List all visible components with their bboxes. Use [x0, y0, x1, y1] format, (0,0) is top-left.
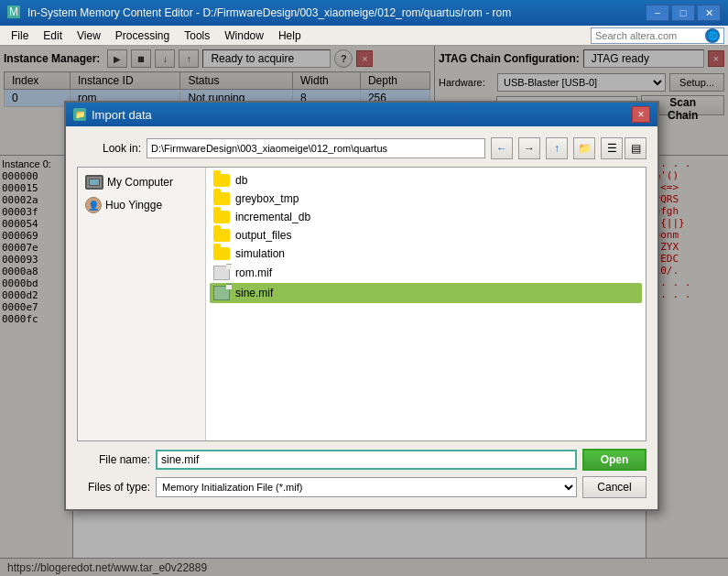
file-incremental[interactable]: incremental_db [210, 208, 642, 226]
filename-input[interactable] [156, 450, 577, 470]
lookin-row: Look in: ← → ↑ 📁 ☰ ▤ [77, 137, 647, 159]
dialog-title: Import data [92, 108, 632, 122]
nav-panel: My Computer 👤 Huo Yingge [78, 168, 206, 440]
menu-edit[interactable]: Edit [36, 27, 70, 44]
filetype-select[interactable]: Memory Initialization File (*.mif) [156, 477, 577, 497]
dialog-close-button[interactable]: × [632, 106, 650, 123]
file-db[interactable]: db [210, 171, 642, 190]
import-dialog: 📁 Import data × Look in: ← → ↑ 📁 ☰ ▤ [64, 101, 659, 511]
folder-icon [213, 174, 230, 187]
person-icon: 👤 [85, 197, 102, 213]
folder-icon [213, 211, 230, 223]
minimize-button[interactable]: − [646, 5, 669, 21]
filetype-label: Files of type: [77, 481, 150, 494]
menu-view[interactable]: View [70, 27, 108, 44]
globe-icon: 🌐 [705, 28, 720, 43]
path-input[interactable] [147, 138, 485, 158]
search-box: 🌐 [591, 27, 724, 44]
filename-row: File name: Open [77, 449, 647, 471]
filetype-row: Files of type: Memory Initialization Fil… [77, 476, 647, 498]
file-icon [213, 266, 230, 280]
file-db-label: db [235, 174, 247, 187]
file-incremental-label: incremental_db [235, 211, 310, 223]
open-button[interactable]: Open [582, 449, 647, 471]
window-title: In-System Memory Content Editor - D:/Fir… [27, 6, 646, 19]
folder-icon [213, 192, 230, 205]
main-area: Instance Manager: ▶ ⏹ ↓ ↑ Ready to acqui… [0, 46, 728, 576]
svg-text:M: M [9, 5, 18, 18]
file-greybox[interactable]: greybox_tmp [210, 190, 642, 208]
dialog-titlebar: 📁 Import data × [66, 103, 657, 126]
menu-tools[interactable]: Tools [177, 27, 217, 44]
file-output[interactable]: output_files [210, 226, 642, 245]
nav-user-label: Huo Yingge [105, 199, 162, 212]
up-button[interactable]: ↑ [546, 137, 568, 159]
file-browser: My Computer 👤 Huo Yingge [77, 167, 647, 441]
menu-window[interactable]: Window [217, 27, 271, 44]
menu-processing[interactable]: Processing [108, 27, 177, 44]
new-folder-button[interactable]: 📁 [573, 137, 595, 159]
window-controls: − □ ✕ [646, 5, 721, 21]
file-output-label: output_files [235, 229, 291, 242]
cancel-button[interactable]: Cancel [582, 476, 647, 498]
back-button[interactable]: ← [491, 137, 513, 159]
app-icon: M [7, 5, 22, 20]
file-rom-mif[interactable]: rom.mif [210, 263, 642, 283]
nav-my-computer-label: My Computer [107, 176, 173, 189]
filename-label: File name: [77, 453, 150, 466]
menubar: File Edit View Processing Tools Window H… [0, 26, 728, 46]
close-button[interactable]: ✕ [697, 5, 721, 21]
modal-overlay: 📁 Import data × Look in: ← → ↑ 📁 ☰ ▤ [0, 46, 728, 576]
folder-icon [213, 247, 230, 260]
search-input[interactable] [595, 30, 705, 41]
lookin-label: Look in: [77, 142, 141, 155]
file-icon-selected [213, 286, 230, 300]
file-rom-label: rom.mif [235, 266, 272, 279]
file-simulation-label: simulation [235, 247, 285, 260]
nav-my-computer[interactable]: My Computer [81, 171, 201, 193]
folder-icon [213, 229, 230, 242]
menu-file[interactable]: File [4, 27, 36, 44]
list-view-button[interactable]: ☰ [601, 137, 623, 159]
file-sine-mif[interactable]: sine.mif [210, 283, 642, 303]
titlebar: M In-System Memory Content Editor - D:/F… [0, 0, 728, 26]
file-greybox-label: greybox_tmp [235, 192, 299, 205]
detail-view-button[interactable]: ▤ [625, 137, 647, 159]
forward-button[interactable]: → [518, 137, 540, 159]
view-toolbar: ☰ ▤ [601, 137, 647, 159]
dialog-icon: 📁 [73, 108, 86, 121]
dialog-body: Look in: ← → ↑ 📁 ☰ ▤ [66, 126, 657, 509]
file-simulation[interactable]: simulation [210, 245, 642, 263]
file-list: db greybox_tmp incremental_db outpu [206, 168, 646, 440]
maximize-button[interactable]: □ [671, 5, 695, 21]
nav-user[interactable]: 👤 Huo Yingge [81, 193, 201, 217]
menu-help[interactable]: Help [271, 27, 309, 44]
file-sine-label: sine.mif [235, 287, 273, 299]
computer-icon [85, 175, 103, 190]
